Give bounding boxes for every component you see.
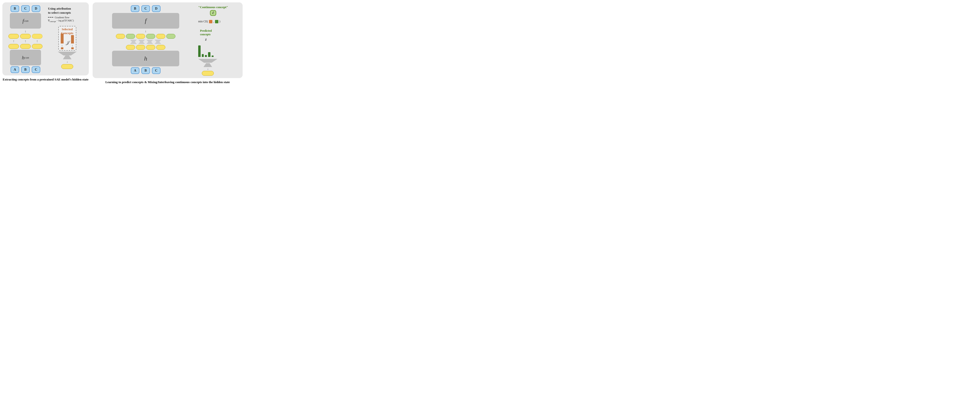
mixing-arrows-row [130,40,161,44]
arrow-down-f: ↓ [145,30,146,33]
bottom-tokens-right: A B C [131,67,161,74]
min-ce-text: min CE( [198,20,208,23]
right-funnel-top [198,59,217,63]
paren-close: ) [220,20,220,23]
pill-1 [8,34,19,39]
mixed-pill-row-top [116,34,175,39]
c-hat-box: ĉ [210,10,216,16]
left-main-col: B C D fcon ↓ [5,5,46,73]
y-pill-1 [116,34,125,39]
arrow-down-bar1: ↓ [61,44,63,47]
green-square-icon [215,20,218,23]
g-pill-1 [126,34,135,39]
y-pill-b4 [156,45,165,50]
bar-small-1 [61,47,64,49]
bar-tall-1 [61,34,64,43]
predicted-label: Predictedconcepts [200,29,212,36]
y-pill-2 [136,34,145,39]
pill-b3 [32,44,43,49]
svg-marker-0 [130,40,137,44]
output-pill [61,64,73,69]
h-con-block: hcon [10,50,41,66]
right-output-pill [202,71,214,76]
token-C-right-bot: C [152,67,161,74]
f-con-block: fcon [10,13,41,29]
gradient-flow-line: Gradient flow [48,16,69,19]
c-hat-label: ĉ [212,11,214,14]
gradient-flow-label: Gradient flow [55,16,69,19]
token-B-bot: B [21,66,30,73]
right-funnel-bottom [204,63,212,67]
top-tokens-left: B C D [11,5,40,12]
hourglass-2 [138,40,145,44]
left-caption: Extracting concepts from a pretrained SA… [3,77,89,82]
right-diagram: B C D f ↓ [92,2,243,78]
funnel-bottom [63,56,72,59]
svg-marker-2 [146,40,153,44]
token-A-bot: A [11,66,19,73]
continuous-concept-label: "Continuous concept" [198,5,228,9]
bar-group: ↓ 𝒥 ↓ [61,36,74,49]
bar-small-2 [71,47,74,49]
z-label: z [205,37,207,42]
calligraphic-I: 𝒥 [66,40,68,45]
g-bar-1 [198,45,200,57]
arrow-to-output: ↓ [67,60,68,63]
pill-b1 [8,44,19,49]
right-panel: B C D f ↓ [92,2,243,84]
annotation-col: Using attribution to select concepts Gra… [48,6,85,23]
g-bar-5 [212,56,213,57]
funnel-top [57,52,77,56]
arrow-down-fcon: ↓ [25,30,26,33]
svg-marker-1 [138,40,145,44]
formula-line: ∇concept − log p('D'|'ABC') [48,19,74,22]
g-bar-4 [208,52,210,57]
funnel [57,52,77,59]
token-C-top: C [21,5,30,12]
svg-marker-3 [154,40,161,44]
left-diagram: B C D fcon ↓ [2,2,89,75]
g-bar-2 [202,54,204,57]
y-pill-b3 [146,45,155,50]
hourglass-3 [146,40,153,44]
pill-row-top [8,34,43,39]
selected-concepts-dashed: SelectedConcepts ↓ 𝒥 ↓ [58,26,76,51]
arrow-up-3: ↑ [32,40,43,43]
right-main-col: B C D f ↓ [95,5,196,74]
token-D-top: D [32,5,40,12]
y-pill-b1 [126,45,135,50]
right-annotation-col: "Continuous concept" ĉ min CE( , [198,5,240,76]
pill-2 [20,34,31,39]
y-pill-3 [156,34,165,39]
token-D-right-top: D [152,5,161,12]
y-pill-b2 [136,45,145,50]
token-A-right-bot: A [131,67,139,74]
green-bar-group [198,43,213,57]
top-tokens-right: B C D [131,5,161,12]
min-ce-line: min CE( , ) [198,20,220,23]
arrow-up-1: ↑ [8,40,19,43]
hourglass-4 [154,40,161,44]
arrow-down-bar2: ↓ [72,44,73,47]
h-block: h [112,51,179,66]
arrow-funnel-right: ↓ [207,67,208,70]
g-pill-3 [166,34,175,39]
pill-row-bottom [8,44,43,49]
right-content: B C D f ↓ [95,5,240,76]
pill-b2 [20,44,31,49]
token-C-bot: C [32,66,40,73]
orange-square-icon [209,20,212,23]
token-C-right-top: C [142,5,150,12]
pill-3-dashed [32,34,43,39]
bottom-tokens-left: A B C [11,66,40,73]
dash-icon [48,17,53,18]
token-B-top: B [11,5,19,12]
token-B-right-bot: B [142,67,150,74]
g-pill-2 [146,34,155,39]
bar-tall-2 [71,35,74,43]
main-container: B C D fcon ↓ [2,2,243,96]
f-block: f [112,13,179,29]
g-bar-3 [205,55,207,57]
hourglass-1 [130,40,137,44]
comma-separator: , [213,20,214,23]
